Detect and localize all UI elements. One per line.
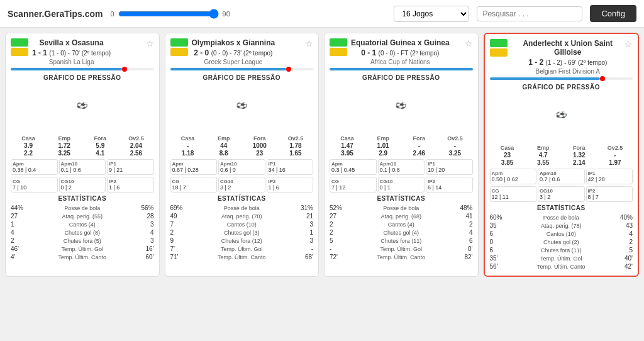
stat-name: Chutes gol (2) (508, 239, 616, 245)
stat-right: 2 (615, 238, 633, 245)
stat-right: 1 (296, 229, 313, 236)
ip1-val: 42 | 28 (588, 176, 631, 182)
stat-right: 4 (615, 230, 633, 237)
match-league: Africa Cup of Nations (351, 59, 450, 65)
apm-label: Apm (492, 170, 535, 176)
odds-value: 1.72 (47, 142, 82, 149)
stat-left: 35' (490, 255, 508, 262)
range-slider[interactable] (118, 9, 219, 19)
odds-value: 1000 (242, 142, 277, 149)
stat-name: Ataq. perig. (68) (347, 213, 455, 220)
cg10-box: CG10 0 | 1 (378, 177, 425, 193)
odds-header: Fora (562, 145, 597, 151)
apm-box: Apm 0.38 | 0.4 (11, 159, 58, 175)
stat-row: 27 Ataq. perig. (68) 41 (330, 212, 473, 220)
ip1-box: IP1 9 | 21 (107, 159, 154, 175)
stat-row: 2 Cantos (4) 2 (330, 220, 473, 228)
statistics-title: ESTATÍSTICAS (330, 195, 473, 202)
stat-left: 2 (330, 229, 347, 236)
bookmark-icon[interactable]: ☆ (146, 38, 154, 48)
stat-left: 4' (11, 254, 28, 260)
team-icon-top (330, 38, 347, 47)
stat-left: 69% (170, 204, 188, 211)
match-score: 2 - 0 (0 - 0) - 73' (2º tempo) (192, 48, 275, 57)
stat-right: 31% (296, 204, 313, 211)
games-dropdown[interactable]: 16 Jogos (394, 6, 469, 22)
config-button[interactable]: Config (590, 5, 636, 22)
odds-value2: 2.46 (401, 150, 436, 157)
statistics-table: 60% Posse de bola 40% 35 Ataq. perig. (7… (490, 213, 633, 271)
ball-icon: ⚽ (555, 111, 568, 119)
stat-right: 4 (455, 229, 473, 236)
bookmark-icon[interactable]: ☆ (465, 38, 473, 48)
odds-value2: 2.14 (562, 159, 597, 166)
slider-container: 0 90 (110, 9, 244, 19)
bookmark-icon[interactable]: ☆ (625, 39, 633, 49)
odds-value: 1.32 (562, 152, 597, 159)
odds-value2: 3.25 (47, 150, 82, 157)
odds-value: 2.04 (118, 142, 153, 149)
match-league: Greek Super League (192, 59, 275, 65)
odds-header: Casa (490, 145, 525, 151)
progress-bar-container (490, 77, 633, 80)
ball-icon: ⚽ (236, 102, 248, 109)
match-score: 1 - 2 (1 - 2) - 69' (2º tempo) (511, 58, 625, 67)
cg-container: CG 12 | 11 CG10 3 | 2 IP2 8 | 7 (490, 186, 633, 202)
odds-value2: 1.65 (278, 150, 313, 157)
stat-row: 69% Posse de bola 31% (170, 204, 314, 212)
stat-left: 72' (330, 254, 347, 260)
progress-bar (330, 68, 473, 70)
statistics-table: 44% Posse de bola 56% 27 Ataq. perig. (5… (11, 204, 154, 261)
stat-row: 4' Temp. Últim. Canto 60' (11, 253, 154, 261)
chart-title: GRÁFICO DE PRESSÃO (11, 74, 154, 81)
odds-header: Ov2.5 (118, 135, 153, 142)
odds-grid: CasaEmpForaOv2.5 3.91.725.92.04 2.23.254… (11, 135, 154, 157)
ip2-val: 1 | 6 (269, 184, 312, 191)
apm10-box: Apm10 0.6 | 0 (218, 159, 265, 175)
card-header-left: Anderlecht x Union Saint Gilloise 1 - 2 … (490, 39, 625, 75)
stat-row: 27 Ataq. perig. (55) 28 (11, 212, 154, 220)
bookmark-icon[interactable]: ☆ (305, 38, 313, 48)
ip2-box: IP2 8 | 7 (586, 186, 633, 202)
stat-left: 6 (490, 247, 508, 254)
match-league: Belgian First Division A (511, 68, 625, 75)
ip1-box: IP1 42 | 28 (586, 169, 633, 184)
odds-value: 1.01 (365, 142, 401, 149)
stat-left: 0 (490, 238, 508, 245)
apm10-label: Apm10 (380, 161, 423, 167)
ip1-label: IP1 (109, 161, 152, 167)
stat-name: Chutes fora (12) (188, 238, 296, 244)
odds-value: 4.7 (526, 152, 561, 159)
stat-right: 68' (296, 254, 313, 260)
odds-value: 1.78 (278, 142, 313, 149)
team-icon-top (11, 38, 28, 47)
progress-bar-container (11, 68, 154, 70)
apm-val: 0.67 | 0.28 (172, 167, 216, 173)
stat-right: 82' (455, 254, 473, 260)
match-info: Sevilla x Osasuna 1 - 1 (1 - 0) - 70' (2… (32, 38, 111, 65)
card-header: Olympiakos x Giannina 2 - 0 (0 - 0) - 73… (170, 38, 314, 65)
stat-name: Temp. Últim. Canto (28, 254, 136, 260)
cg-box: CG 7 | 10 (11, 177, 58, 193)
card-header-left: Equatorial Guinea x Guinea 0 - 1 (0 - 0)… (330, 38, 450, 65)
stat-name: Chutes fora (5) (28, 238, 136, 244)
stat-right: 3 (296, 221, 313, 228)
apm-label: Apm (172, 161, 216, 167)
card-header: Equatorial Guinea x Guinea 0 - 1 (0 - 0)… (330, 38, 473, 65)
stat-left: 7 (170, 221, 188, 228)
progress-bar (11, 68, 122, 70)
stat-left: 52% (330, 204, 347, 211)
stat-right: 21 (296, 213, 313, 220)
search-input[interactable] (477, 6, 582, 21)
apm10-val: 0.7 | 0.6 (540, 176, 583, 182)
apm-box: Apm 0.50 | 0.62 (490, 169, 537, 184)
stat-name: Cantos (4) (28, 221, 136, 228)
stat-left: 5 (330, 237, 347, 244)
odds-value2: 2.9 (365, 150, 401, 157)
progress-bar (490, 77, 600, 80)
statistics-title: ESTATÍSTICAS (170, 195, 314, 202)
apm-val: 0.38 | 0.4 (13, 167, 56, 173)
stat-row: 4 Chutes gol (8) 4 (11, 228, 154, 237)
odds-header: Casa (170, 135, 206, 142)
progress-bar-container (170, 68, 314, 70)
